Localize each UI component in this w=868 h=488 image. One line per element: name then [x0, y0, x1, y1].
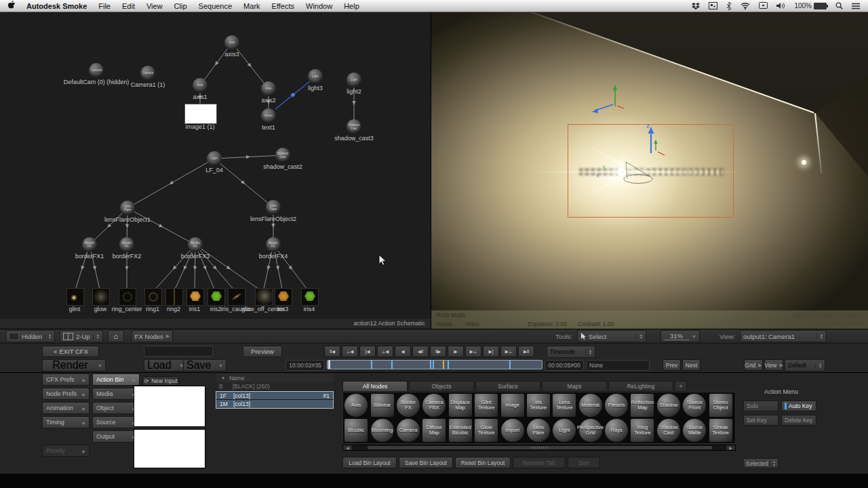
transport-button-5[interactable]: ◀Ⅱ [412, 346, 429, 357]
hidden-combo[interactable]: Hidden ▲▼ [5, 330, 55, 342]
bin-button-load-bin-layout[interactable]: Load Bin Layout [342, 457, 397, 468]
preview-button[interactable]: Preview [243, 346, 282, 357]
schematic-node-lensflareobject2[interactable]: Lens Flare [266, 200, 281, 215]
schematic-node-borderfx2[interactable]: Border FX [119, 237, 134, 252]
panel-button-timing[interactable]: Timing▶ [42, 416, 90, 428]
bin-node-diffuse-map[interactable]: Diffuse Map [422, 419, 446, 442]
schematic-node-shadow_cast3[interactable]: Shadow Cast [347, 119, 361, 134]
schematic-node-lf04[interactable]: Light [207, 151, 222, 166]
timeline-bar[interactable] [327, 360, 542, 369]
action-button-auto-key[interactable]: Auto Key [781, 401, 816, 411]
menu-effects[interactable]: Effects [271, 2, 295, 10]
bin-tab-add[interactable]: + [675, 381, 687, 392]
media-row-1m[interactable]: 1M[col13] [216, 400, 334, 409]
load-combo[interactable]: Load ▼ [144, 359, 187, 371]
bin-node-ring-texture[interactable]: Ring Texture [631, 419, 654, 442]
media-list-header[interactable]: ▼ Name [216, 373, 334, 382]
bin-node-extended-bicubic[interactable]: Extended Bicubic [449, 419, 472, 442]
display-icon[interactable] [759, 2, 768, 9]
bin-node-glint-texture[interactable]: Glint Texture [475, 394, 498, 417]
selection-field[interactable]: None [586, 360, 650, 371]
menu-help[interactable]: Help [343, 2, 360, 10]
action-button-set-key[interactable]: Set Key [743, 415, 778, 426]
new-input-button[interactable]: ⟳ New Input [142, 376, 179, 386]
stepper-arrows-icon[interactable]: ▲▼ [815, 363, 822, 369]
bin-node-displace-map[interactable]: Displace Map [449, 394, 472, 417]
timecode-out-field[interactable]: 00:00:05#00 [545, 360, 584, 371]
media-row-1f[interactable]: 1F[col13]#1 [216, 391, 334, 400]
schematic-node-borderfx3[interactable]: Border FX [188, 237, 203, 252]
stepper-arrows-icon[interactable]: ▲▼ [93, 333, 100, 340]
schematic-node-axis3[interactable]: Axis [224, 35, 239, 50]
bin-node-bilinear[interactable]: Bilinear [371, 394, 394, 417]
schematic-node-light3[interactable]: Light [308, 69, 323, 84]
bin-node-camera[interactable]: Camera [397, 419, 420, 442]
render-combo[interactable]: Render ▼ [42, 359, 106, 371]
transport-button-1[interactable]: ⊥◀ [342, 346, 358, 357]
panel-button-animation[interactable]: Animation▶ [42, 402, 90, 414]
scroll-left-icon[interactable]: ◀ [343, 445, 352, 450]
schematic-thumb-iris1[interactable] [186, 288, 204, 306]
bin-node-perspective-grid[interactable]: Perspective Grid [579, 419, 602, 442]
scrollbar-thumb[interactable] [368, 446, 712, 449]
bin-button-save-bin-layout[interactable]: Save Bin Layout [399, 457, 453, 468]
schematic-node-text1[interactable]: Geom [261, 108, 276, 123]
bin-node-lens-flare[interactable]: Lens Flare [527, 419, 550, 442]
bin-node-source-matte[interactable]: Source Matte [683, 419, 706, 442]
menu-view[interactable]: View [146, 2, 163, 10]
stepper-arrows-icon[interactable]: ▲▼ [636, 333, 643, 340]
bin-node-material[interactable]: Material [579, 394, 602, 417]
bin-node-source-front[interactable]: Source Front [683, 394, 706, 417]
media-thumbnail-matte[interactable] [134, 429, 205, 468]
stepper-arrows-icon[interactable]: ▲▼ [816, 333, 823, 340]
save-combo[interactable]: Save ▼ [183, 359, 226, 371]
playhead[interactable] [328, 361, 330, 369]
schematic-thumb-glint[interactable] [66, 288, 84, 306]
exit-cfx-button[interactable]: ◀ EXIT CFX [42, 346, 99, 357]
panel-button-cfx-prefs[interactable]: CFX Prefs▶ [42, 373, 90, 386]
menu-file[interactable]: File [98, 2, 111, 10]
bin-node-stereo-object[interactable]: Stereo Object [709, 394, 732, 417]
transport-button-4[interactable]: ◀ [395, 346, 411, 357]
panel-button-object[interactable]: Object▶ [92, 402, 140, 414]
bin-node-bicubic[interactable]: Bicubic [344, 419, 368, 442]
selected-combo[interactable]: Selected ▲▼ [743, 458, 778, 468]
bin-node-lens-texture[interactable]: Lens Texture [553, 394, 576, 417]
name-input[interactable] [144, 346, 213, 357]
schematic-thumb-glow[interactable] [92, 288, 110, 306]
schematic-node-defaultcam[interactable]: Camera [89, 63, 104, 78]
schematic-node-camera1[interactable]: Camera [140, 66, 155, 81]
screen-sharing-icon[interactable] [709, 2, 717, 9]
bin-tab-maps[interactable]: Maps [542, 381, 607, 392]
transport-button-9[interactable]: ▶] [483, 346, 499, 357]
scroll-right-icon[interactable]: ▶ [726, 445, 735, 450]
transport-button-3[interactable]: ⊥◀ [377, 346, 393, 357]
stepper-arrows-icon[interactable]: ▲▼ [45, 333, 52, 340]
bin-tab-all-nodes[interactable]: All Nodes [342, 381, 408, 392]
dropbox-icon[interactable] [692, 2, 700, 10]
bluetooth-icon[interactable] [726, 2, 732, 10]
transport-button-7[interactable]: ▶ [448, 346, 464, 357]
bin-node-iris-texture[interactable]: Iris Texture [527, 394, 550, 417]
stepper-arrows-icon[interactable]: ▲▼ [769, 460, 776, 466]
bin-tab-relighting[interactable]: ReLighting [608, 381, 673, 392]
transport-button-2[interactable]: [◀ [359, 346, 376, 357]
timecode-combo[interactable]: Timecode ▲▼ [547, 346, 595, 358]
action-button-solo[interactable]: Solo [743, 401, 778, 411]
bin-node-glow-texture[interactable]: Glow Texture [475, 419, 498, 442]
bin-node-shadow-cast[interactable]: Shadow Cast [657, 419, 680, 442]
bin-node-light[interactable]: Light [553, 419, 576, 442]
bin-node-image[interactable]: Image [501, 394, 524, 417]
view-select-combo[interactable]: output1: Camera1 ▲▼ [740, 330, 827, 342]
node-bin-scrollbar[interactable]: ◀ ▶ [342, 445, 736, 451]
menu-sequence[interactable]: Sequence [198, 2, 233, 10]
schematic-node-borderfx4[interactable]: Border FX [266, 237, 281, 252]
bin-button-reset-bin-layout[interactable]: Reset Bin Layout [455, 457, 511, 468]
panel-button-source[interactable]: Source▶ [92, 416, 140, 428]
media-thumbnail-front[interactable] [134, 386, 205, 427]
schematic-thumb-iris_caustic[interactable] [228, 288, 245, 306]
transport-button-0[interactable]: Ⅱ◀ [324, 346, 340, 357]
home-button[interactable]: ⌂ [108, 330, 124, 342]
bin-tab-surface[interactable]: Surface [475, 381, 540, 392]
timecode-in-field[interactable]: 10:00:02#35 [285, 360, 325, 371]
